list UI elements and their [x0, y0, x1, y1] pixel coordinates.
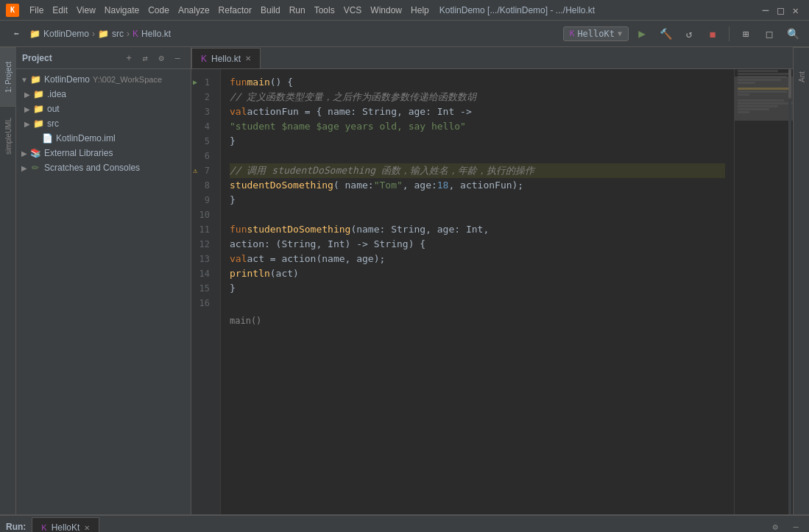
menu-navigate[interactable]: Navigate: [100, 4, 144, 17]
run-minimize-btn[interactable]: –: [788, 519, 803, 533]
code-line-6: [230, 149, 725, 163]
tree-label-iml: KotlinDemo.iml: [56, 133, 116, 143]
project-tree: ▼ 📁 KotlinDemo Y:\002_WorkSpace ▶ 📁 .ide…: [16, 69, 191, 514]
tree-item-extlibs[interactable]: ▶ 📚 External Libraries: [16, 146, 191, 160]
tree-item-root[interactable]: ▼ 📁 KotlinDemo Y:\002_WorkSpace: [16, 72, 191, 87]
menu-file[interactable]: File: [25, 4, 48, 17]
project-folder-icon: 📁: [29, 74, 41, 85]
line-num-6: 6: [191, 149, 214, 163]
tree-label-root: KotlinDemo: [44, 74, 90, 85]
run-button[interactable]: ▶: [632, 24, 652, 44]
layout-button[interactable]: ⊞: [735, 24, 756, 44]
menu-run[interactable]: Run: [285, 4, 310, 17]
run-config-label: HelloKt: [577, 29, 615, 39]
tree-label-out: out: [47, 104, 60, 114]
tree-arrow-out: ▶: [22, 104, 32, 114]
code-line-7: // 调用 studentDoSomething 函数，输入姓名，年龄，执行的操…: [230, 163, 725, 178]
menu-view[interactable]: View: [72, 4, 100, 17]
editor-tab-label: Hello.kt: [211, 54, 241, 64]
line-num-16: 16: [191, 296, 214, 311]
editor-tab-close[interactable]: ✕: [245, 54, 251, 63]
tree-arrow-iml: [31, 133, 41, 143]
code-line-3: val actionFun = { name: String, age: Int…: [230, 104, 725, 119]
editor-tab-hello[interactable]: K Hello.kt ✕: [191, 48, 261, 68]
iml-file-icon: 📄: [41, 132, 53, 144]
sidebar-tab-simpleuml[interactable]: simpleUML: [0, 106, 16, 165]
editor-bottom-label: main(): [230, 311, 725, 328]
menu-edit[interactable]: Edit: [48, 4, 72, 17]
run-tab-icon: K: [41, 523, 46, 532]
tree-label-extlibs: External Libraries: [44, 148, 113, 158]
line-num-9: 9: [191, 193, 214, 208]
panel-add-btn[interactable]: +: [121, 51, 136, 65]
reload-button[interactable]: ↺: [679, 24, 699, 44]
build-button[interactable]: 🔨: [655, 24, 676, 44]
run-config-selector[interactable]: K HelloKt ▼: [563, 26, 629, 41]
tree-label-scratches: Scratches and Consoles: [44, 163, 140, 173]
run-label: Run:: [6, 522, 26, 532]
menu-code[interactable]: Code: [144, 4, 174, 17]
window-close[interactable]: ✕: [788, 4, 803, 16]
toolbar: ⬅ 📁 KotlinDemo › 📁 src › K Hello.kt K He…: [0, 21, 809, 47]
sidebar-tab-project[interactable]: 1: Project: [0, 47, 16, 106]
menu-vcs[interactable]: VCS: [339, 4, 367, 17]
line-num-2: 2: [191, 90, 214, 104]
code-line-11: fun studentDoSomething(name: String, age…: [230, 222, 725, 237]
maximize-button[interactable]: □: [759, 24, 780, 44]
toolbar-back-btn[interactable]: ⬅: [6, 24, 27, 44]
code-line-13: val act = action(name, age);: [230, 252, 725, 266]
line-num-13: 13: [191, 252, 214, 266]
run-tab-close[interactable]: ✕: [84, 524, 90, 532]
scratches-icon: ✏: [29, 162, 41, 174]
panel-close-btn[interactable]: –: [170, 51, 185, 65]
panel-settings-btn[interactable]: ⚙: [154, 51, 169, 65]
window-title: KotlinDemo [.../KotlinDemo] - .../Hello.…: [439, 5, 595, 15]
run-indicator-1: ▶ 1: [191, 75, 214, 90]
panel-title: Project: [22, 53, 52, 63]
line-num-12: 12: [191, 237, 214, 252]
tree-item-idea[interactable]: ▶ 📁 .idea: [16, 87, 191, 102]
tree-item-out[interactable]: ▶ 📁 out: [16, 102, 191, 116]
breadcrumb-sep-2: ›: [127, 29, 130, 39]
breadcrumb-file[interactable]: K Hello.kt: [133, 29, 171, 39]
line-num-8: 8: [191, 178, 214, 193]
tree-item-scratches[interactable]: ▶ ✏ Scratches and Consoles: [16, 160, 191, 175]
panel-sync-btn[interactable]: ⇄: [138, 51, 152, 65]
run-tab-hellkt[interactable]: K HelloKt ✕: [32, 517, 99, 533]
editor-tab-bar: K Hello.kt ✕: [191, 47, 793, 69]
menu-analyze[interactable]: Analyze: [174, 4, 214, 17]
menu-window[interactable]: Window: [366, 4, 406, 17]
menu-tools[interactable]: Tools: [310, 4, 339, 17]
tree-arrow-scratches: ▶: [19, 163, 29, 173]
window-maximize[interactable]: □: [773, 4, 788, 16]
bottom-panel: Run: K HelloKt ✕ ⚙ – ▶ ↑ ↓ 📷 ⇥ ≡ ↗ 🖨 🗑 "…: [0, 514, 809, 532]
sidebar-tab-ant[interactable]: Ant: [794, 47, 809, 106]
line-num-3: 3: [191, 104, 214, 119]
breadcrumb-src-label: src: [112, 29, 124, 39]
main-layout: 1: Project simpleUML Project + ⇄ ⚙ – ▼ 📁…: [0, 47, 809, 514]
window-minimize[interactable]: ─: [758, 4, 773, 16]
run-settings-btn[interactable]: ⚙: [768, 519, 782, 533]
tree-item-iml[interactable]: 📄 KotlinDemo.iml: [16, 131, 191, 146]
editor-area: K Hello.kt ✕ ▶ 1 2 3 4 5 6 ⚠ 7 8: [191, 47, 793, 514]
code-line-8: studentDoSomething( name: "Tom", age: 18…: [230, 178, 725, 193]
search-button[interactable]: 🔍: [782, 24, 803, 44]
stop-button[interactable]: ◼: [702, 24, 723, 44]
project-panel: Project + ⇄ ⚙ – ▼ 📁 KotlinDemo Y:\002_Wo…: [16, 47, 191, 514]
tree-sublabel-root: Y:\002_WorkSpace: [93, 75, 162, 84]
menu-build[interactable]: Build: [256, 4, 285, 17]
line-num-15: 15: [191, 281, 214, 296]
menu-help[interactable]: Help: [406, 4, 434, 17]
extlibs-icon: 📚: [29, 147, 41, 159]
code-line-2: // 定义函数类型变量，之后作为函数参数传递给函数数胡: [230, 90, 725, 104]
line-num-11: 11: [191, 222, 214, 237]
breadcrumb: 📁 KotlinDemo › 📁 src › K Hello.kt: [29, 29, 171, 39]
tree-item-src[interactable]: ▶ 📁 src: [16, 116, 191, 131]
menu-refactor[interactable]: Refactor: [214, 4, 256, 17]
code-line-14: println(act): [230, 266, 725, 281]
breadcrumb-project[interactable]: 📁 KotlinDemo: [29, 29, 89, 39]
code-line-1: fun main() {: [230, 75, 725, 90]
code-content[interactable]: fun main() { // 定义函数类型变量，之后作为函数参数传递给函数数胡…: [221, 69, 734, 514]
breadcrumb-src[interactable]: 📁 src: [98, 29, 124, 39]
line-num-7: ⚠ 7: [191, 163, 214, 178]
